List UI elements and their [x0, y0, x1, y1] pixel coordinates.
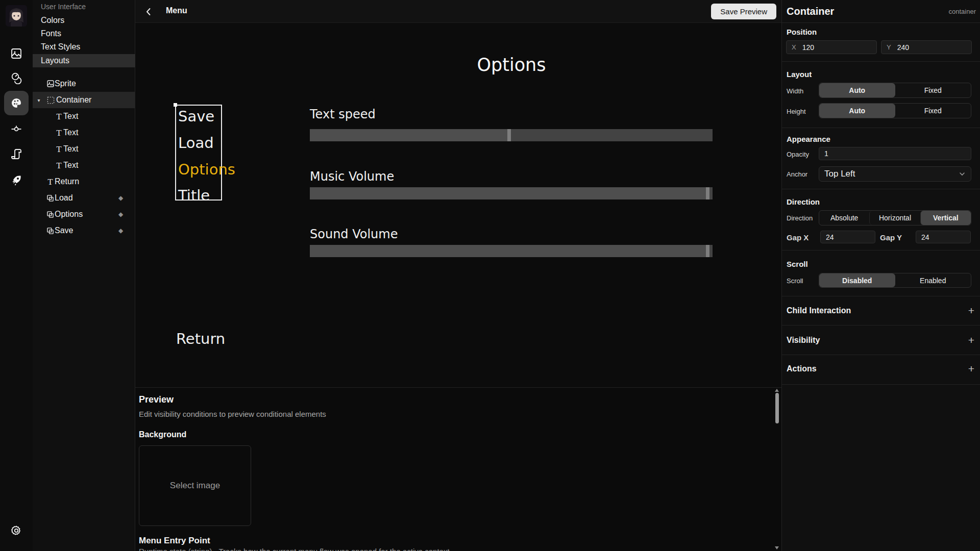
height-label: Height — [787, 108, 806, 115]
slider-fill — [310, 129, 509, 141]
plus-icon[interactable]: + — [968, 305, 974, 317]
scroll-option-enabled[interactable]: Enabled — [895, 273, 971, 287]
tree-row-text-1[interactable]: T Text — [33, 108, 135, 124]
position-y-field[interactable]: Y 240 — [881, 40, 972, 54]
gap-y-field[interactable]: 24 — [916, 231, 971, 243]
divider — [782, 61, 980, 62]
section-child-interaction[interactable]: Child Interaction + — [782, 300, 980, 322]
slider-thumb[interactable] — [706, 245, 709, 257]
plus-icon[interactable]: + — [968, 363, 974, 375]
position-x-value: 120 — [802, 43, 814, 52]
height-option-fixed[interactable]: Fixed — [895, 104, 971, 118]
divider — [782, 296, 980, 296]
divider — [782, 325, 980, 325]
scroll-up-arrow-icon[interactable] — [775, 389, 779, 392]
top-bar: Menu Save Preview — [135, 0, 781, 23]
direction-option-horizontal[interactable]: Horizontal — [869, 211, 920, 225]
diamond-icon: ◆ — [118, 194, 123, 202]
image-icon[interactable] — [10, 47, 22, 60]
section-title-position: Position — [787, 28, 817, 36]
select-image-label: Select image — [170, 481, 220, 491]
scroll-option-disabled[interactable]: Disabled — [819, 273, 895, 287]
game-menu-item-load[interactable]: Load — [178, 134, 214, 152]
slider-label-music-volume[interactable]: Music Volume — [310, 169, 394, 184]
tree-row-container[interactable]: ▾ Container — [33, 92, 135, 108]
scroll-icon[interactable] — [10, 148, 22, 160]
slider-fill — [310, 245, 708, 257]
tree-row-text-2[interactable]: T Text — [33, 124, 135, 141]
tree-row-text-3[interactable]: T Text — [33, 141, 135, 157]
direction-option-absolute[interactable]: Absolute — [819, 211, 869, 225]
tree-label: Options — [55, 210, 83, 219]
tree-row-save[interactable]: Save ◆ — [33, 222, 135, 239]
slider-thumb[interactable] — [507, 129, 511, 141]
game-menu-item-title[interactable]: Title — [178, 187, 210, 204]
gear-icon[interactable] — [10, 524, 22, 537]
game-return-text[interactable]: Return — [176, 330, 225, 347]
slider-sound-volume[interactable] — [310, 245, 713, 257]
selected-container-outline[interactable]: Save Load Options Title — [175, 105, 222, 201]
plus-icon[interactable]: + — [968, 334, 974, 346]
section-actions[interactable]: Actions + — [782, 359, 980, 380]
scroll-segmented-control: Disabled Enabled — [819, 273, 971, 288]
game-menu-item-options[interactable]: Options — [178, 161, 235, 178]
divider — [782, 250, 980, 251]
gap-y-label: Gap Y — [880, 233, 902, 242]
nav-item-text-styles[interactable]: Text Styles — [33, 40, 135, 54]
width-option-fixed[interactable]: Fixed — [895, 83, 971, 97]
rocket-icon[interactable] — [10, 174, 22, 186]
discs-icon[interactable] — [10, 72, 22, 84]
commit-node-icon[interactable] — [10, 123, 22, 135]
avatar[interactable] — [6, 5, 27, 27]
select-image-dropzone[interactable]: Select image — [139, 445, 251, 526]
direction-option-vertical[interactable]: Vertical — [920, 211, 971, 225]
tree-label: Text — [63, 144, 78, 154]
tree-row-return[interactable]: T Return — [33, 173, 135, 190]
slider-text-speed[interactable] — [310, 129, 713, 141]
gap-x-field[interactable]: 24 — [820, 231, 875, 243]
position-x-field[interactable]: X 120 — [786, 40, 877, 54]
canvas-viewport[interactable]: Options Save Load Options Title Text spe… — [135, 23, 781, 387]
chevron-down-icon — [959, 170, 966, 178]
x-prefix: X — [792, 43, 796, 51]
slider-music-volume[interactable] — [310, 187, 713, 199]
tree-label: Load — [55, 193, 73, 203]
opacity-field[interactable]: 1 — [819, 147, 971, 160]
height-option-auto[interactable]: Auto — [819, 104, 895, 118]
nav-item-fonts[interactable]: Fonts — [33, 27, 135, 40]
anchor-select[interactable]: Top Left — [819, 166, 971, 182]
selection-handle[interactable] — [174, 103, 177, 107]
divider — [782, 128, 980, 128]
save-preview-button[interactable]: Save Preview — [711, 4, 776, 19]
palette-icon[interactable] — [10, 97, 22, 109]
nav-item-layouts[interactable]: Layouts — [33, 54, 135, 67]
expander-icon[interactable]: ▾ — [35, 97, 42, 103]
width-label: Width — [787, 87, 803, 95]
anchor-label: Anchor — [787, 170, 807, 178]
gap-x-value: 24 — [826, 233, 834, 241]
tree-row-load[interactable]: Load ◆ — [33, 190, 135, 206]
tree-row-text-4[interactable]: T Text — [33, 157, 135, 173]
app-window: User Interface Colors Fonts Text Styles … — [0, 0, 980, 551]
opacity-value: 1 — [824, 149, 828, 158]
preview-subtitle: Edit visibility conditions to preview co… — [139, 410, 326, 418]
left-panel: User Interface Colors Fonts Text Styles … — [33, 0, 135, 551]
actions-label: Actions — [787, 364, 817, 373]
slider-thumb[interactable] — [706, 187, 709, 199]
vertical-scrollbar-thumb[interactable] — [775, 393, 779, 423]
game-menu-item-save[interactable]: Save — [178, 108, 214, 125]
tree-row-options[interactable]: Options ◆ — [33, 206, 135, 222]
game-title-text[interactable]: Options — [409, 55, 614, 75]
back-button[interactable] — [142, 6, 155, 18]
menu-entry-point-label: Menu Entry Point — [139, 536, 210, 546]
slider-label-text-speed[interactable]: Text speed — [310, 107, 376, 121]
direction-segmented-control: Absolute Horizontal Vertical — [819, 210, 971, 226]
height-segmented-control: Auto Fixed — [819, 103, 971, 118]
nav-item-colors[interactable]: Colors — [33, 14, 135, 27]
slider-label-sound-volume[interactable]: Sound Volume — [310, 227, 398, 241]
scroll-down-arrow-icon[interactable] — [775, 546, 779, 549]
tree-row-sprite[interactable]: Sprite — [33, 76, 135, 92]
section-visibility[interactable]: Visibility + — [782, 330, 980, 352]
width-option-auto[interactable]: Auto — [819, 83, 895, 97]
text-icon: T — [55, 112, 63, 121]
